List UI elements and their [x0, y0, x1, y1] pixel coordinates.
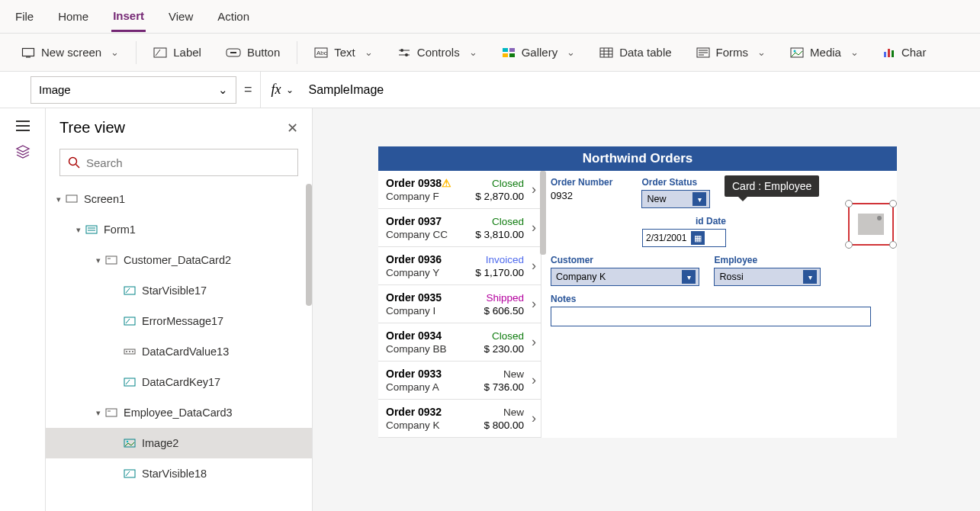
order-row[interactable]: Order 0935Company IShipped$ 606.50› — [378, 285, 541, 323]
caret-icon: ▾ — [93, 256, 104, 265]
order-row[interactable]: Order 0938⚠Company FClosed$ 2,870.00› — [378, 171, 541, 209]
order-name: Order 0934 — [386, 329, 447, 342]
tree-scrollbar[interactable] — [306, 184, 312, 306]
tree-node-screen1[interactable]: ▾ Screen1 — [46, 184, 312, 214]
resize-handle[interactable] — [889, 241, 897, 249]
order-status: Closed — [492, 178, 524, 189]
gallery-button[interactable]: Gallery — [494, 41, 583, 63]
order-row[interactable]: Order 0934Company BBClosed$ 230.00› — [378, 323, 541, 362]
caret-icon: ▾ — [73, 225, 84, 235]
svg-rect-28 — [888, 49, 890, 57]
tree-node-image2[interactable]: Image2 — [46, 428, 312, 458]
menu-home[interactable]: Home — [56, 2, 90, 31]
close-icon[interactable]: ✕ — [287, 120, 298, 137]
menu-insert[interactable]: Insert — [111, 2, 146, 32]
order-list-scrollbar[interactable] — [540, 171, 546, 255]
order-company: Company I — [386, 305, 442, 317]
order-amount: $ 736.00 — [484, 381, 524, 393]
tree-node-form1[interactable]: ▾ Form1 — [46, 214, 312, 245]
customer-select[interactable]: Company K ▾ — [551, 268, 699, 286]
order-number-value: 0932 — [551, 190, 627, 201]
menu-action[interactable]: Action — [216, 2, 251, 31]
svg-rect-29 — [892, 50, 894, 57]
chevron-down-icon: ▾ — [692, 192, 706, 206]
order-status: Invoiced — [486, 254, 524, 265]
new-screen-button[interactable]: New screen — [14, 41, 127, 63]
tree-node-label: ErrorMessage17 — [142, 315, 223, 327]
chevron-right-icon: › — [532, 182, 536, 198]
image-placeholder-selected[interactable] — [848, 203, 894, 246]
warning-icon: ⚠ — [442, 177, 451, 189]
text-button[interactable]: Abc Text — [307, 41, 381, 63]
property-selector[interactable]: Image ⌄ — [31, 76, 236, 104]
order-amount: $ 1,170.00 — [475, 267, 524, 278]
svg-rect-38 — [124, 287, 135, 294]
label-icon — [122, 469, 137, 478]
notes-input[interactable] — [551, 307, 871, 326]
tree-search-input[interactable] — [86, 156, 290, 169]
order-row[interactable]: Order 0932Company KNew$ 800.00› — [378, 400, 541, 438]
resize-handle[interactable] — [845, 241, 853, 249]
chevron-right-icon: › — [532, 372, 536, 388]
text-icon: Abc — [314, 47, 328, 58]
tree-node-datacardkey17[interactable]: DataCardKey17 — [46, 367, 312, 397]
chevron-right-icon: › — [532, 296, 536, 312]
svg-rect-14 — [503, 53, 508, 57]
tree-node-starvisible18[interactable]: StarVisible18 — [46, 458, 312, 489]
tree-node-employee-datacard[interactable]: ▾ Employee_DataCard3 — [46, 397, 312, 428]
combobox-icon — [122, 347, 137, 356]
data-table-button[interactable]: Data table — [592, 41, 679, 63]
chevron-down-icon: ⌄ — [218, 83, 228, 97]
customer-value: Company K — [556, 272, 606, 282]
tree-node-label: Customer_DataCard2 — [124, 254, 231, 266]
tree-view-icon[interactable] — [15, 145, 31, 159]
tree-node-errormessage17[interactable]: ErrorMessage17 — [46, 306, 312, 336]
employee-value: Rossi — [719, 272, 743, 282]
order-company: Company K — [386, 419, 442, 431]
controls-icon — [397, 47, 411, 58]
label-icon — [122, 317, 137, 326]
resize-handle[interactable] — [845, 200, 853, 207]
order-status-label: Order Status — [641, 177, 710, 188]
caret-icon: ▾ — [93, 408, 104, 418]
formula-input[interactable] — [301, 79, 835, 101]
tree-node-customer-datacard[interactable]: ▾ Customer_DataCard2 — [46, 245, 312, 275]
employee-select[interactable]: Rossi ▾ — [714, 268, 821, 286]
tree-node-datacardvalue13[interactable]: DataCardValue13 — [46, 336, 312, 367]
tree-search[interactable] — [59, 149, 298, 176]
order-status: Closed — [492, 216, 524, 227]
order-list[interactable]: Order 0938⚠Company FClosed$ 2,870.00›Ord… — [378, 171, 541, 438]
charts-button[interactable]: Char — [876, 41, 934, 63]
order-status: New — [503, 368, 524, 380]
order-status-select[interactable]: New ▾ — [641, 190, 710, 208]
order-name: Order 0935 — [386, 291, 442, 304]
order-row[interactable]: Order 0933Company ANew$ 736.00› — [378, 362, 541, 400]
label-icon — [122, 378, 137, 387]
button-button[interactable]: Button — [218, 41, 288, 63]
menu-view[interactable]: View — [167, 2, 194, 31]
forms-button[interactable]: Forms — [689, 41, 774, 63]
screen-icon — [64, 194, 79, 204]
image-icon — [858, 214, 884, 235]
label-icon — [153, 47, 167, 58]
controls-button[interactable]: Controls — [390, 41, 485, 63]
gallery-label: Gallery — [522, 46, 558, 59]
resize-handle[interactable] — [889, 200, 897, 207]
label-button[interactable]: Label — [146, 41, 209, 63]
hamburger-icon[interactable] — [16, 121, 30, 131]
tree-node-label: DataCardKey17 — [142, 376, 220, 388]
customer-label: Customer — [551, 255, 699, 265]
order-row[interactable]: Order 0936Company YInvoiced$ 1,170.00› — [378, 247, 541, 285]
order-row[interactable]: Order 0937Company CCClosed$ 3,810.00› — [378, 209, 541, 247]
paid-date-input[interactable]: 2/31/2001 ▦ — [642, 229, 726, 247]
tree-node-starvisible17[interactable]: StarVisible17 — [46, 275, 312, 306]
menu-file[interactable]: File — [14, 2, 35, 31]
media-button[interactable]: Media — [782, 41, 866, 63]
chevron-down-icon[interactable]: ⌄ — [286, 85, 294, 95]
controls-label: Controls — [417, 46, 460, 59]
charts-label: Char — [901, 46, 927, 59]
fx-icon[interactable]: fx — [272, 82, 281, 98]
tree: ▾ Screen1 ▾ Form1 ▾ Customer_DataCard2 S… — [46, 184, 312, 511]
tree-node-label: Image2 — [142, 437, 178, 449]
svg-rect-5 — [230, 52, 236, 53]
